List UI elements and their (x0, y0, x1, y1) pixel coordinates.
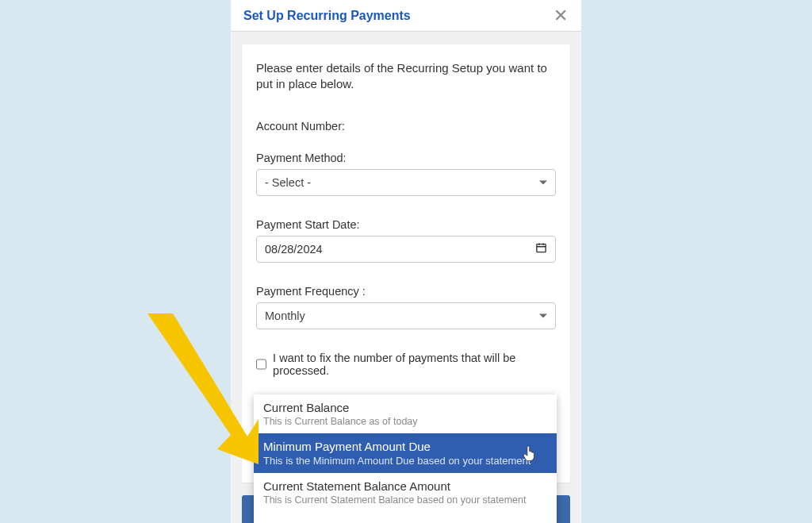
chevron-down-icon (539, 180, 547, 184)
frequency-field: Payment Frequency : Monthly (256, 285, 556, 329)
start-date-input[interactable]: 08/28/2024 (256, 236, 556, 263)
chevron-down-icon (539, 313, 547, 317)
dialog-header: Set Up Recurring Payments ✕ (231, 0, 581, 32)
account-number-field: Account Number: (256, 120, 556, 133)
dropdown-option-minimum-due[interactable]: Minimum Payment Amount Due This is the M… (254, 433, 557, 473)
dropdown-option-current-balance[interactable]: Current Balance This is Current Balance … (254, 394, 557, 433)
start-date-label: Payment Start Date: (256, 218, 556, 231)
amount-dropdown: Current Balance This is Current Balance … (254, 394, 557, 523)
dropdown-option-custom-amount[interactable]: Please enter Payment Amount (254, 512, 557, 523)
account-number-label: Account Number: (256, 120, 556, 133)
frequency-value: Monthly (265, 310, 305, 322)
fix-payments-label: I want to fix the number of payments tha… (273, 352, 556, 377)
option-desc: This is Current Statement Balance based … (263, 494, 547, 506)
dropdown-option-statement-balance[interactable]: Current Statement Balance Amount This is… (254, 473, 557, 512)
option-desc: This is the Minimum Amount Due based on … (263, 455, 547, 467)
frequency-select[interactable]: Monthly (256, 302, 556, 329)
frequency-label: Payment Frequency : (256, 285, 556, 298)
pointer-cursor-icon (522, 445, 536, 464)
option-desc: This is Current Balance as of today (263, 416, 547, 427)
fix-payments-row: I want to fix the number of payments tha… (256, 352, 556, 377)
option-title: Minimum Payment Amount Due (263, 440, 547, 453)
svg-rect-0 (537, 244, 546, 252)
payment-method-select[interactable]: - Select - (256, 169, 556, 196)
fix-payments-checkbox[interactable] (256, 359, 266, 370)
calendar-icon (535, 241, 547, 256)
close-icon[interactable]: ✕ (551, 7, 570, 25)
dialog-title: Set Up Recurring Payments (243, 9, 411, 23)
option-title: Current Balance (263, 401, 547, 414)
start-date-value: 08/28/2024 (265, 243, 323, 256)
option-title: Current Statement Balance Amount (263, 479, 547, 493)
payment-method-field: Payment Method: - Select - (256, 152, 556, 196)
payment-method-value: - Select - (265, 176, 311, 189)
intro-text: Please enter details of the Recurring Se… (256, 60, 556, 93)
start-date-field: Payment Start Date: 08/28/2024 (256, 218, 556, 263)
payment-method-label: Payment Method: (256, 152, 556, 164)
